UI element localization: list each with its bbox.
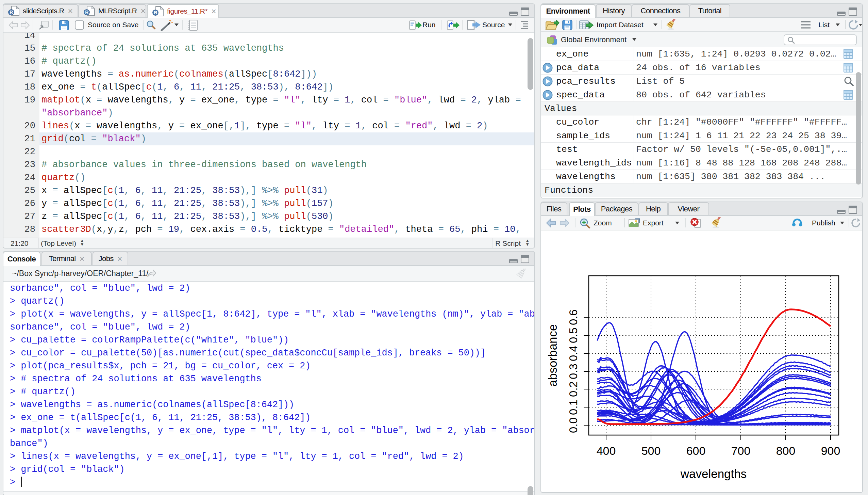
- svg-text:R: R: [85, 10, 88, 15]
- svg-text:0.6: 0.6: [567, 309, 580, 325]
- svg-text:0.2: 0.2: [567, 381, 580, 397]
- svg-text:0.0: 0.0: [567, 417, 580, 433]
- svg-text:0.5: 0.5: [567, 328, 580, 343]
- svg-text:0.3: 0.3: [567, 364, 580, 379]
- svg-text:500: 500: [641, 444, 661, 457]
- svg-text:wavelengths: wavelengths: [680, 467, 747, 480]
- svg-text:600: 600: [686, 444, 706, 457]
- svg-text:R: R: [10, 10, 13, 15]
- svg-text:800: 800: [776, 444, 796, 457]
- svg-text:absorbance: absorbance: [546, 324, 559, 387]
- svg-text:900: 900: [821, 444, 840, 457]
- svg-text:400: 400: [597, 444, 616, 457]
- svg-text:0.4: 0.4: [567, 346, 580, 361]
- svg-text:R: R: [154, 10, 157, 15]
- svg-text:700: 700: [731, 444, 751, 457]
- svg-text:0.1: 0.1: [567, 399, 580, 415]
